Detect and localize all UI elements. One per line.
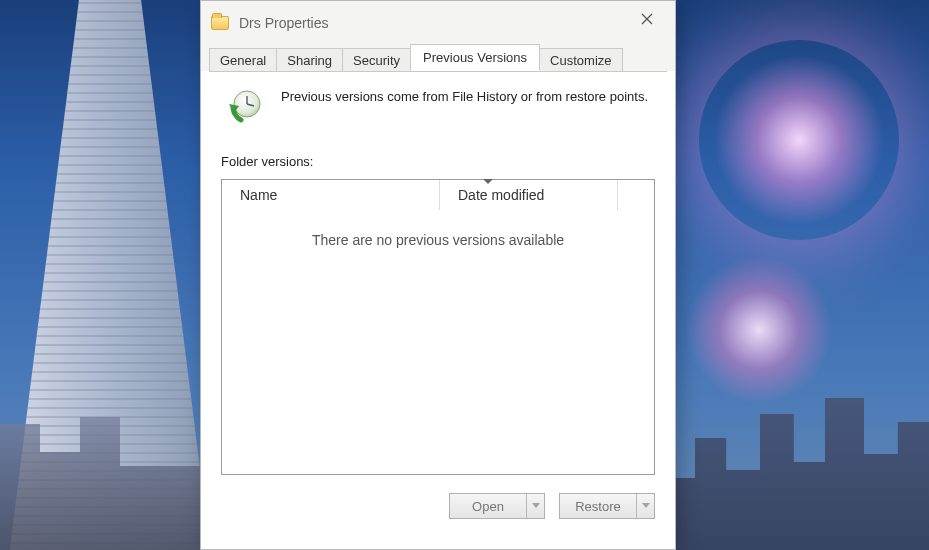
window-title: Drs Properties <box>239 15 625 31</box>
tab-strip: General Sharing Security Previous Versio… <box>201 45 675 71</box>
tab-general[interactable]: General <box>209 48 277 72</box>
info-text: Previous versions come from File History… <box>281 88 648 124</box>
list-body: There are no previous versions available <box>222 210 654 474</box>
column-header-name[interactable]: Name <box>222 180 440 210</box>
properties-dialog: Drs Properties General Sharing Security … <box>200 0 676 550</box>
folder-icon <box>211 16 229 30</box>
close-button[interactable] <box>625 4 669 34</box>
tab-content: Previous versions come from File History… <box>209 71 667 541</box>
svg-marker-6 <box>532 503 540 508</box>
column-header-date-modified[interactable]: Date modified <box>440 180 618 210</box>
restore-button-label: Restore <box>560 494 636 518</box>
history-clock-icon <box>227 88 263 124</box>
column-overflow-chevron-icon[interactable] <box>483 179 493 184</box>
chevron-down-icon <box>532 503 540 509</box>
open-button-dropdown[interactable] <box>526 494 544 518</box>
tab-sharing[interactable]: Sharing <box>276 48 343 72</box>
empty-message: There are no previous versions available <box>222 232 654 248</box>
open-button-label: Open <box>450 494 526 518</box>
titlebar[interactable]: Drs Properties <box>201 1 675 45</box>
open-button[interactable]: Open <box>449 493 545 519</box>
tab-previous-versions[interactable]: Previous Versions <box>410 44 540 71</box>
versions-list[interactable]: Name Date modified There are no previous… <box>221 179 655 475</box>
list-header: Name Date modified <box>222 180 654 210</box>
info-row: Previous versions come from File History… <box>221 88 655 124</box>
column-header-spacer <box>618 180 654 210</box>
restore-button[interactable]: Restore <box>559 493 655 519</box>
chevron-down-icon <box>642 503 650 509</box>
tab-security[interactable]: Security <box>342 48 411 72</box>
folder-versions-label: Folder versions: <box>221 154 655 169</box>
svg-marker-7 <box>642 503 650 508</box>
restore-button-dropdown[interactable] <box>636 494 654 518</box>
button-row: Open Restore <box>221 493 655 519</box>
close-icon <box>641 13 653 25</box>
tab-customize[interactable]: Customize <box>539 48 622 72</box>
